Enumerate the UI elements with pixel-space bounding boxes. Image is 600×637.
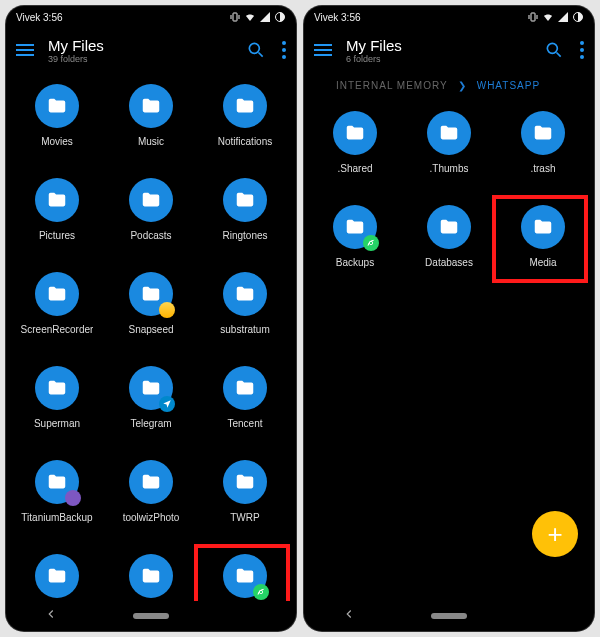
svg-point-10 [580,41,584,45]
more-icon[interactable] [282,41,286,59]
folder-item[interactable]: WhatsApp [198,548,292,601]
app-title: My Files [346,37,544,54]
breadcrumb: INTERNAL MEMORY ❯ WHATSAPP [304,72,594,99]
folder-icon [333,205,377,249]
folder-item[interactable]: .Shared [308,105,402,195]
folder-icon [427,205,471,249]
vibrate-icon [527,11,539,23]
svg-point-2 [249,43,259,53]
svg-rect-0 [233,13,237,21]
status-time: 3:56 [341,12,360,23]
folder-item[interactable]: TitaniumBackup [10,454,104,544]
folder-item[interactable]: Podcasts [104,172,198,262]
folder-item[interactable]: Media [496,199,590,289]
battery-icon [572,11,584,23]
breadcrumb-parent[interactable]: INTERNAL MEMORY [336,80,448,91]
folder-icon [35,84,79,128]
yellow-badge-icon [159,302,175,318]
folder-item[interactable]: Movies [10,78,104,168]
folder-item[interactable]: .trash [496,105,590,195]
folder-item[interactable]: Ringtones [198,172,292,262]
folder-icon [333,111,377,155]
back-icon[interactable] [44,607,58,625]
folder-item[interactable]: toolwizPhoto [104,454,198,544]
folder-label: .Thumbs [430,163,469,174]
folder-icon [223,178,267,222]
svg-point-4 [282,48,286,52]
svg-point-11 [580,48,584,52]
folder-label: Ringtones [222,230,267,241]
folder-item[interactable]: Music [104,78,198,168]
folder-item[interactable]: Databases [402,199,496,289]
folder-item[interactable]: .Thumbs [402,105,496,195]
folder-label: Media [529,257,556,268]
folder-item[interactable]: Superman [10,360,104,450]
home-pill[interactable] [133,613,169,619]
wifi-icon [542,11,554,23]
back-icon[interactable] [342,607,356,625]
folder-item[interactable]: Telegram [104,360,198,450]
folder-icon [223,554,267,598]
folder-icon [129,84,173,128]
folder-icon [35,272,79,316]
search-icon[interactable] [544,40,564,60]
folder-label: Databases [425,257,473,268]
phone-left: Vivek 3:56 My Files 39 folders MoviesMus… [6,6,296,631]
wifi-icon [244,11,256,23]
blue-badge-icon [159,396,175,412]
folder-item[interactable]: Notifications [198,78,292,168]
status-bar: Vivek 3:56 [304,6,594,28]
svg-point-5 [282,55,286,59]
folder-label: Telegram [130,418,171,429]
folder-icon [521,205,565,249]
signal-icon [259,11,271,23]
more-icon[interactable] [580,41,584,59]
menu-icon[interactable] [314,44,334,56]
folder-label: Notifications [218,136,272,147]
folder-label: Movies [41,136,73,147]
menu-icon[interactable] [16,44,36,56]
folder-icon [129,460,173,504]
folder-item[interactable]: ViPER4Android [10,548,104,601]
folder-label: Pictures [39,230,75,241]
battery-icon [274,11,286,23]
folder-icon [35,554,79,598]
folder-icon [35,178,79,222]
search-icon[interactable] [246,40,266,60]
folder-item[interactable]: substratum [198,266,292,356]
folder-icon [35,366,79,410]
folder-label: substratum [220,324,269,335]
folder-label: toolwizPhoto [123,512,180,523]
app-title: My Files [48,37,246,54]
folder-item[interactable]: ScreenRecorder [10,266,104,356]
folder-item[interactable]: Wallz [104,548,198,601]
breadcrumb-current: WHATSAPP [477,80,540,91]
folder-item[interactable]: Tencent [198,360,292,450]
folder-icon [129,366,173,410]
status-icons [527,11,584,23]
status-user: Vivek [314,12,338,23]
folder-icon [521,111,565,155]
status-user: Vivek [16,12,40,23]
folder-item[interactable]: Backups [308,199,402,289]
folder-item[interactable]: Pictures [10,172,104,262]
folder-item[interactable]: TWRP [198,454,292,544]
svg-rect-7 [531,13,535,21]
purple-badge-icon [65,490,81,506]
status-icons [229,11,286,23]
folder-icon [35,460,79,504]
status-time: 3:56 [43,12,62,23]
home-pill[interactable] [431,613,467,619]
folder-label: .Shared [337,163,372,174]
svg-point-9 [547,43,557,53]
folder-item[interactable]: Snapseed [104,266,198,356]
folder-label: ScreenRecorder [21,324,94,335]
app-bar: My Files 39 folders [6,28,296,72]
signal-icon [557,11,569,23]
fab-add-button[interactable]: + [532,511,578,557]
green-badge-icon [253,584,269,600]
svg-point-12 [580,55,584,59]
app-subtitle: 39 folders [48,54,246,64]
app-subtitle: 6 folders [346,54,544,64]
folder-icon [427,111,471,155]
